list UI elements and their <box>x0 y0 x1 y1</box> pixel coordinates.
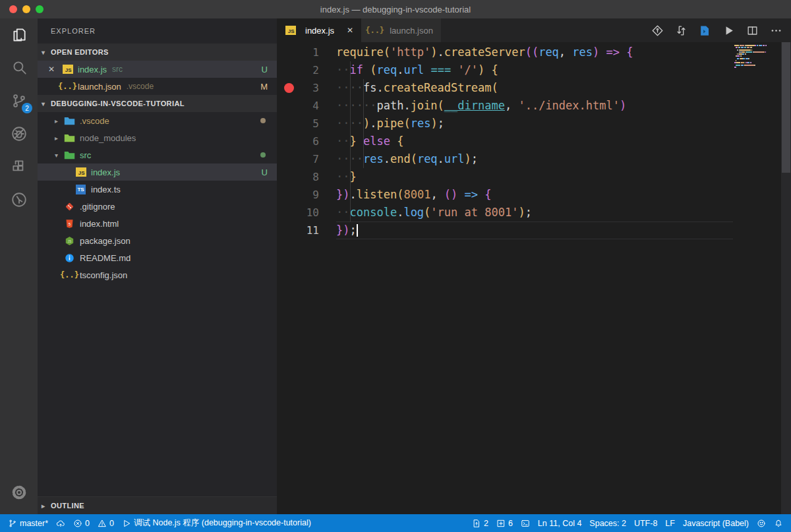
minimap[interactable] <box>734 45 775 69</box>
line-number[interactable]: 7 <box>277 150 336 168</box>
code-line[interactable]: ··} <box>336 168 733 186</box>
vscode-window: index.js — debugging-in-vscode-tutorial … <box>0 0 791 532</box>
line-number[interactable]: 9 <box>277 186 336 204</box>
line-number[interactable]: 4 <box>277 97 336 115</box>
open-editor-item[interactable]: {..}launch.json.vscodeM <box>38 78 277 95</box>
git-branch-status[interactable]: master* <box>4 519 52 528</box>
eol[interactable]: LF <box>661 519 679 528</box>
sync-status[interactable] <box>52 519 69 528</box>
explorer-icon[interactable] <box>0 18 38 51</box>
indentation[interactable]: Spaces: 2 <box>585 519 630 528</box>
tree-item-index-html[interactable]: 5index.html <box>38 215 277 232</box>
line-number[interactable]: 11 <box>277 222 336 239</box>
line-number[interactable]: 3 <box>277 79 336 97</box>
debug-launch[interactable]: 调试 Node.js 程序 (debugging-in-vscode-tutor… <box>118 517 315 529</box>
titlebar: index.js — debugging-in-vscode-tutorial <box>0 0 791 18</box>
line-number[interactable]: 5 <box>277 115 336 133</box>
search-icon[interactable] <box>0 51 38 84</box>
indent-guide <box>350 61 351 222</box>
file-detail: src <box>112 65 123 74</box>
additions-count[interactable]: 6 <box>492 519 517 528</box>
tree-item-package-json[interactable]: JSpackage.json <box>38 232 277 249</box>
line-number[interactable]: 1 <box>277 44 336 61</box>
clock-icon[interactable] <box>0 183 38 216</box>
debug-icon[interactable] <box>0 117 38 150</box>
terminal-toggle[interactable] <box>517 519 534 528</box>
feedback[interactable] <box>753 519 770 528</box>
close-window-button[interactable] <box>9 5 17 13</box>
tree-item-index-ts[interactable]: TSindex.ts <box>38 181 277 198</box>
warnings-count[interactable]: 0 <box>94 519 118 528</box>
tab-index-js[interactable]: JSindex.js✕ <box>277 18 361 42</box>
git-branch-icon <box>8 519 17 528</box>
more-actions-icon[interactable] <box>767 22 784 39</box>
code-line[interactable]: ··console.log('run at 8001'); <box>336 204 733 222</box>
tree-item-node-modules[interactable]: ▸node_modules <box>38 129 277 146</box>
settings-gear-icon[interactable] <box>0 476 38 509</box>
gitlens-icon[interactable] <box>649 22 666 39</box>
play-icon <box>122 519 131 528</box>
tree-item-src[interactable]: ▾src <box>38 146 277 163</box>
item-label: .gitignore <box>80 202 115 212</box>
tree-item-index-js[interactable]: JSindex.jsU <box>38 163 277 181</box>
item-label: index.html <box>80 219 119 229</box>
close-icon[interactable]: ✕ <box>48 65 59 74</box>
code-line[interactable]: ····).pipe(res); <box>336 115 733 133</box>
cloud-upload-icon <box>56 519 65 528</box>
status-text: 调试 Node.js 程序 (debugging-in-vscode-tutor… <box>134 517 311 529</box>
compare-changes-icon[interactable] <box>672 22 689 39</box>
open-editor-item[interactable]: ✕JSindex.jssrcU <box>38 61 277 78</box>
source-control-icon[interactable]: 2 <box>0 84 38 117</box>
language-mode[interactable]: Javascript (Babel) <box>679 519 753 528</box>
editor-gutter[interactable]: 1234567891011 <box>277 44 336 239</box>
code-line[interactable]: ··} else { <box>336 133 733 150</box>
text-cursor <box>357 224 358 237</box>
chevron-down-icon: ▾ <box>42 49 51 56</box>
code-line[interactable]: }).listen(8001, () => { <box>336 186 733 204</box>
run-icon[interactable] <box>720 22 737 39</box>
line-number[interactable]: 2 <box>277 61 336 79</box>
item-label: index.ts <box>91 185 121 194</box>
indent-guide <box>363 79 364 168</box>
breakpoint[interactable] <box>284 83 294 93</box>
editor-area: JSindex.js✕{..}launch.json 1234567891011… <box>277 18 791 514</box>
code-line[interactable]: ······path.join(__dirname, '../index.htm… <box>336 97 733 115</box>
minimize-window-button[interactable] <box>22 5 30 13</box>
encoding[interactable]: UTF-8 <box>630 519 661 528</box>
tab-launch-json[interactable]: {..}launch.json <box>361 18 441 42</box>
outline-header[interactable]: ▸ OUTLINE <box>38 497 277 514</box>
tree-item-readme-md[interactable]: README.md <box>38 249 277 266</box>
close-icon[interactable]: ✕ <box>347 26 353 35</box>
notifications[interactable] <box>770 519 787 528</box>
cursor-position[interactable]: Ln 11, Col 4 <box>534 519 585 528</box>
braces-file-icon: {..} <box>62 81 73 92</box>
git-icon <box>64 201 75 212</box>
scrollbar[interactable] <box>781 42 791 514</box>
line-number[interactable]: 6 <box>277 133 336 150</box>
line-number[interactable]: 10 <box>277 204 336 222</box>
code-line[interactable]: require('http').createServer((req, res) … <box>336 44 733 61</box>
file-insertions[interactable]: 2 <box>468 519 492 528</box>
project-section-header[interactable]: ▾ DEBUGGING-IN-VSCODE-TUTORIAL <box>38 95 277 112</box>
line-number[interactable]: 8 <box>277 168 336 186</box>
tree-item--gitignore[interactable]: .gitignore <box>38 198 277 215</box>
explorer-sidebar: EXPLORER ▾ OPEN EDITORS ✕JSindex.jssrcU{… <box>38 18 277 514</box>
code-line[interactable]: ··if (req.url === '/') { <box>336 61 733 79</box>
status-text: Spaces: 2 <box>589 519 626 528</box>
code-line[interactable]: ····fs.createReadStream( <box>336 79 733 97</box>
open-preview-icon[interactable] <box>696 22 713 39</box>
git-modified-dot <box>260 152 266 158</box>
maximize-window-button[interactable] <box>36 5 44 13</box>
errors-count[interactable]: 0 <box>69 519 94 528</box>
tree-item--vscode[interactable]: ▸.vscode <box>38 112 277 129</box>
code-line[interactable]: }); <box>336 222 733 239</box>
tree-item-tsconfig-json[interactable]: {..}tsconfig.json <box>38 266 277 283</box>
code-line[interactable]: ····res.end(req.url); <box>336 150 733 168</box>
extensions-icon[interactable] <box>0 150 38 183</box>
status-text: UTF-8 <box>634 519 657 528</box>
scrollbar-slider[interactable] <box>782 42 790 173</box>
split-editor-icon[interactable] <box>744 22 761 39</box>
open-editors-header[interactable]: ▾ OPEN EDITORS <box>38 44 277 61</box>
braces-icon: {..} <box>64 270 75 280</box>
code-editor[interactable]: 1234567891011 require('http').createServ… <box>277 42 791 514</box>
